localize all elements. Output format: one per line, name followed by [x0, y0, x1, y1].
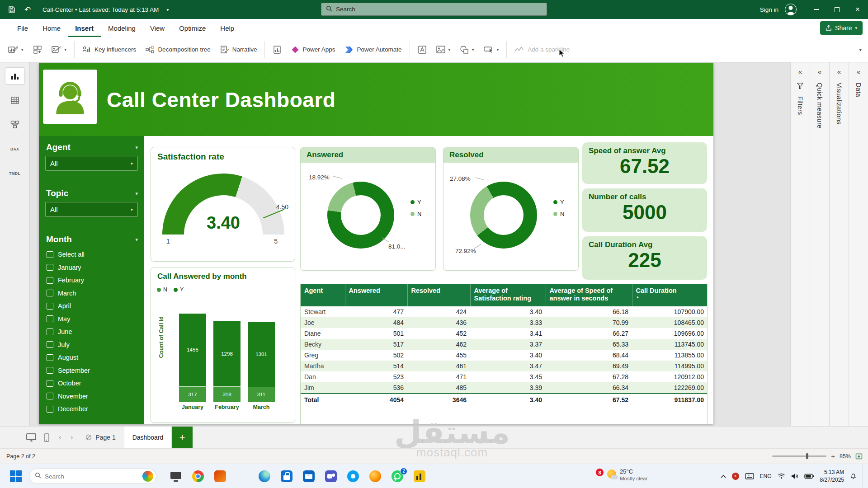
- wifi-icon[interactable]: [778, 473, 785, 479]
- value-cell[interactable]: 424: [407, 306, 470, 317]
- taskbar-app-chrome[interactable]: [190, 469, 206, 484]
- table-row-diane[interactable]: Diane5014523.4166.27109696.00: [301, 328, 708, 339]
- checkbox-icon[interactable]: [47, 328, 53, 335]
- close-button[interactable]: ×: [847, 0, 868, 19]
- column-header-average-of-speed-of-answer-in-seconds[interactable]: Average of Speed of answer in seconds: [546, 284, 632, 306]
- agent-name-cell[interactable]: Greg: [301, 350, 345, 361]
- checkbox-icon[interactable]: [47, 277, 53, 284]
- month-option-december[interactable]: December: [39, 403, 144, 416]
- value-cell[interactable]: 65.33: [546, 339, 632, 350]
- value-cell[interactable]: 436: [407, 317, 470, 328]
- undo-icon[interactable]: ↶: [23, 5, 32, 14]
- value-cell[interactable]: 536: [345, 382, 407, 394]
- table-row-stewart[interactable]: Stewart4774243.4066.18107900.00: [301, 306, 708, 317]
- value-cell[interactable]: 485: [407, 382, 470, 394]
- month-option-july[interactable]: July: [39, 338, 144, 352]
- volume-icon[interactable]: [791, 473, 798, 479]
- column-header-average-of-satisfaction-rating[interactable]: Average of Satisfaction rating: [470, 284, 546, 306]
- weather-widget[interactable]: 8 25°C Mostly clear: [596, 468, 647, 482]
- value-cell[interactable]: 3.39: [470, 382, 546, 394]
- column-header-agent[interactable]: Agent: [301, 284, 345, 306]
- model-view-button[interactable]: [5, 117, 24, 133]
- taskbar-app-m365[interactable]: [212, 469, 228, 484]
- agent-name-cell[interactable]: Martha: [301, 361, 345, 371]
- value-cell[interactable]: 462: [407, 339, 470, 350]
- search-highlights-icon[interactable]: [142, 471, 153, 482]
- value-cell[interactable]: 67.28: [546, 371, 632, 382]
- month-option-march[interactable]: March: [39, 287, 144, 300]
- checkbox-icon[interactable]: [47, 251, 53, 258]
- table-row-joe[interactable]: Joe4844363.3370.99108465.00: [301, 317, 708, 328]
- bar-segment-n[interactable]: 318: [213, 386, 241, 402]
- checkbox-icon[interactable]: [47, 367, 53, 374]
- month-option-select-all[interactable]: Select all: [39, 248, 144, 261]
- checkbox-icon[interactable]: [47, 290, 53, 296]
- checkbox-icon[interactable]: [47, 406, 53, 413]
- value-cell[interactable]: 517: [345, 339, 407, 350]
- value-cell[interactable]: 514: [345, 361, 407, 371]
- visualizations-pane-collapsed[interactable]: « Visualizations: [829, 62, 849, 426]
- menu-tab-file[interactable]: File: [10, 19, 35, 37]
- taskbar-app-edge[interactable]: [257, 469, 272, 484]
- taskbar-app-whatsapp[interactable]: 2: [390, 469, 405, 484]
- notification-bell-icon[interactable]: [850, 473, 857, 479]
- global-search-input[interactable]: [336, 6, 542, 13]
- donut-resolved[interactable]: [470, 182, 537, 249]
- checkbox-icon[interactable]: [47, 264, 53, 271]
- buttons-button[interactable]: ▾: [479, 40, 504, 59]
- calls-by-month-visual[interactable]: Call Answered by month N Y Count of Call…: [151, 267, 295, 423]
- data-pane-collapsed[interactable]: « Data: [849, 62, 868, 426]
- power-automate-button[interactable]: Power Automate: [340, 40, 406, 59]
- legend-item-y[interactable]: Y: [553, 199, 564, 206]
- taskbar-app-power-bi[interactable]: [412, 469, 427, 484]
- bar-january[interactable]: 1455317: [179, 314, 206, 402]
- value-cell[interactable]: 3.45: [470, 371, 546, 382]
- agent-name-cell[interactable]: Stewart: [301, 306, 345, 317]
- topic-slicer-dropdown[interactable]: All ▾: [45, 202, 138, 217]
- legend-item-y[interactable]: Y: [174, 286, 184, 293]
- language-indicator[interactable]: ENG: [760, 473, 772, 479]
- bar-segment-y[interactable]: 1298: [213, 321, 241, 386]
- fit-to-page-icon[interactable]: [855, 453, 863, 460]
- legend-item-n[interactable]: N: [410, 211, 421, 217]
- expand-pane-icon[interactable]: «: [798, 68, 802, 75]
- checkbox-icon[interactable]: [47, 315, 53, 322]
- hidden-icons-chevron[interactable]: [721, 474, 726, 478]
- value-cell[interactable]: 455: [407, 350, 470, 361]
- taskbar-app-file-explorer[interactable]: [235, 469, 250, 484]
- battery-icon[interactable]: [804, 474, 814, 479]
- month-option-february[interactable]: February: [39, 274, 144, 287]
- value-cell[interactable]: 120912.00: [632, 371, 708, 382]
- start-button[interactable]: [10, 470, 22, 482]
- mobile-layout-button[interactable]: [39, 430, 54, 445]
- paginated-report-button[interactable]: [268, 40, 286, 59]
- value-cell[interactable]: 471: [407, 371, 470, 382]
- zoom-slider-thumb[interactable]: [806, 453, 808, 459]
- value-cell[interactable]: 477: [345, 306, 407, 317]
- value-cell[interactable]: 3.40: [470, 306, 546, 317]
- value-cell[interactable]: 523: [345, 371, 407, 382]
- month-option-june[interactable]: June: [39, 325, 144, 338]
- checkbox-icon[interactable]: [47, 303, 53, 310]
- column-header-resolved[interactable]: Resolved: [407, 284, 470, 306]
- report-view-button[interactable]: [5, 68, 24, 84]
- value-cell[interactable]: 66.18: [546, 306, 632, 317]
- text-box-button[interactable]: [413, 40, 431, 59]
- kpi-speed-of-answer[interactable]: Speed of answer Avg 67.52: [582, 142, 707, 184]
- value-cell[interactable]: 3.37: [470, 339, 546, 350]
- value-cell[interactable]: 3.40: [470, 350, 546, 361]
- menu-tab-home[interactable]: Home: [35, 19, 68, 37]
- bar-segment-n[interactable]: 317: [179, 386, 206, 402]
- new-page-button[interactable]: +: [172, 427, 193, 448]
- bar-march[interactable]: 1301311: [248, 322, 275, 402]
- menu-tab-help[interactable]: Help: [213, 19, 241, 37]
- taskbar-app-teams[interactable]: [323, 469, 339, 484]
- taskbar-app-firefox[interactable]: [368, 469, 383, 484]
- chevron-down-icon[interactable]: ▾: [135, 237, 138, 243]
- resolved-donut-visual[interactable]: Resolved 27.08% 72.92% Y N: [443, 147, 579, 271]
- value-cell[interactable]: 109696.00: [632, 328, 708, 339]
- column-header-answered[interactable]: Answered: [345, 284, 407, 306]
- value-cell[interactable]: 3.47: [470, 361, 546, 371]
- month-option-may[interactable]: May: [39, 313, 144, 326]
- share-button[interactable]: Share ▾: [820, 21, 863, 35]
